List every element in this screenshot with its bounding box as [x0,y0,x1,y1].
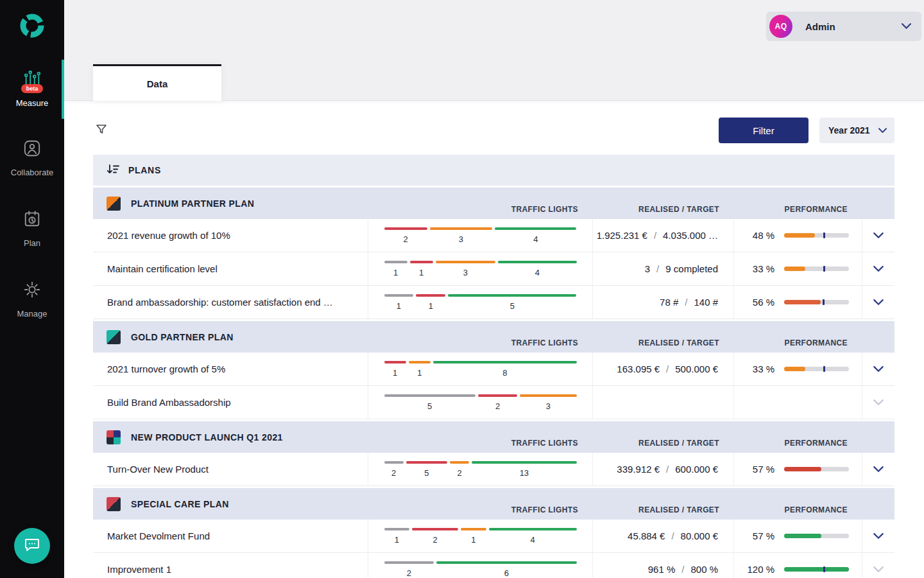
traffic-segment: 13 [472,461,576,478]
realised-target-cell: 3 / 9 completed [592,252,733,285]
filter-button[interactable]: Filter [719,118,809,143]
table-row: 2021 turnover growth of 5% 118 163.095 €… [93,353,894,386]
traffic-segment: 4 [498,261,576,277]
performance-value: 33 % [753,263,774,274]
column-header-realised-target: REALISED / TARGET [592,205,733,219]
traffic-count: 1 [397,301,401,311]
traffic-count: 1 [471,535,475,545]
traffic-lights-cell: 115 [368,286,592,319]
traffic-count: 3 [546,401,551,411]
traffic-segment: 8 [433,361,576,378]
user-menu[interactable]: AQ Admin [766,12,921,41]
performance-bar [784,367,849,371]
traffic-lights-cell: 234 [368,219,592,252]
traffic-bar [384,261,407,263]
traffic-segment: 5 [448,294,576,311]
traffic-segment: 1 [384,261,407,277]
traffic-bar [495,227,576,230]
traffic-bar [384,528,410,530]
realised-target-cell: 45.884 € / 80.000 € [592,520,733,552]
beta-badge: beta [21,84,44,93]
expand-row-button[interactable] [862,252,894,285]
realised-value: 78 # [660,297,678,308]
traffic-bar [436,561,576,564]
column-header-realised-target: REALISED / TARGET [592,505,733,520]
performance-cell: 57 % [733,520,862,552]
column-header-performance: PERFORMANCE [733,505,862,520]
filter-funnel-icon[interactable] [96,123,107,137]
collaborate-person-icon [23,139,41,160]
traffic-segment: 4 [495,227,576,244]
separator: / [671,530,674,541]
traffic-lights-cell: 1134 [368,252,592,285]
expand-row-button[interactable] [862,520,894,552]
performance-fill [784,567,849,572]
traffic-count: 1 [429,301,433,311]
chevron-down-icon [873,266,884,272]
sidebar-item-collaborate[interactable]: Collaborate [0,130,64,201]
performance-value: 56 % [753,297,774,308]
traffic-count: 1 [395,535,399,545]
performance-target-tick [823,366,825,372]
traffic-bar [416,294,445,297]
sidebar: beta Measure Collaborate Plan [0,0,64,578]
performance-fill [784,534,821,538]
sidebar-item-plan[interactable]: Plan [0,201,64,272]
plan-logo-icon [107,497,121,511]
group-header: SPECIAL CARE PLAN TRAFFIC LIGHTS REALISE… [93,488,894,520]
target-value: 4.035.000 … [663,230,718,241]
sidebar-item-manage[interactable]: Manage [0,272,64,342]
group-header: PLATINUM PARTNER PLAN TRAFFIC LIGHTS REA… [93,188,894,219]
table-title: PLANS [128,165,161,175]
traffic-count: 5 [427,401,432,411]
column-header-performance: PERFORMANCE [733,338,862,353]
traffic-count: 5 [424,468,429,478]
expand-row-button[interactable] [862,219,894,252]
chat-button[interactable] [14,528,50,564]
traffic-count: 2 [495,401,500,411]
column-header-performance: PERFORMANCE [733,439,862,453]
sidebar-item-measure[interactable]: beta Measure [0,60,64,130]
traffic-count: 4 [535,268,540,277]
performance-fill [784,300,821,304]
year-select[interactable]: Year 2021 [819,118,894,143]
traffic-count: 5 [510,301,515,311]
app-logo-icon [18,12,46,40]
expand-row-button[interactable] [862,353,894,385]
performance-fill [784,267,805,271]
traffic-bar [412,528,458,530]
table-row: 2021 revenue growth of 10% 234 1.925.231… [93,219,894,252]
performance-bar [784,534,849,538]
table-row: Improvement 1 26 961 % / 800 % 120 % [93,553,894,578]
separator: / [685,297,687,308]
expand-row-button[interactable] [862,453,894,486]
expand-row-button[interactable] [862,553,894,578]
tab-data[interactable]: Data [93,64,221,101]
traffic-count: 8 [502,368,507,378]
separator: / [681,564,684,575]
realised-value: 961 % [648,564,676,575]
separator: / [666,464,669,475]
realised-target-cell: 78 # / 140 # [592,286,733,319]
expand-row-button[interactable] [862,286,894,319]
chevron-down-icon [873,299,884,306]
traffic-count: 1 [419,268,424,277]
performance-target-tick [823,232,825,238]
realised-value: 1.925.231 € [597,230,647,241]
column-header-realised-target: REALISED / TARGET [592,338,733,353]
target-value: 140 # [694,297,718,308]
traffic-segment: 1 [416,294,445,311]
plan-logo-icon [107,430,121,444]
plan-name: PLATINUM PARTNER PLAN [131,198,254,209]
sort-icon[interactable] [107,164,119,177]
expand-row-button[interactable] [862,386,894,419]
traffic-bar [406,461,447,464]
traffic-count: 2 [407,568,411,578]
traffic-count: 2 [458,468,462,478]
performance-cell: 57 % [733,453,862,486]
traffic-segment: 3 [520,394,576,411]
traffic-segment: 1 [384,528,410,545]
traffic-count: 1 [417,368,422,378]
target-value: 500.000 € [675,363,718,374]
manage-gear-icon [23,281,41,301]
